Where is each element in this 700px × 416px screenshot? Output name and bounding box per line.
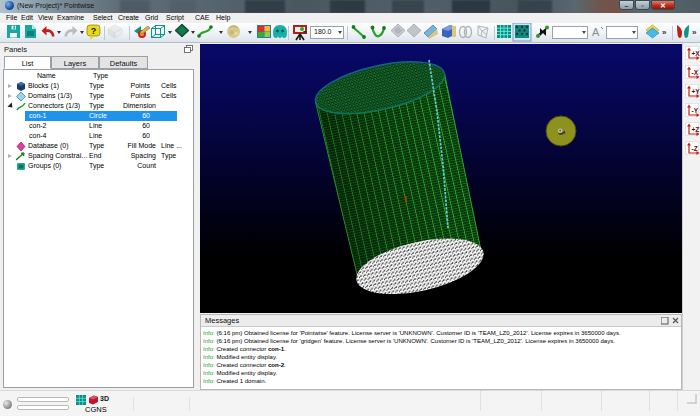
svg-text:-X: -X xyxy=(692,69,699,76)
svg-text:+Z: +Z xyxy=(692,126,700,133)
svg-text:-Z: -Z xyxy=(692,145,698,152)
svg-text:-Y: -Y xyxy=(692,107,699,114)
svg-text:»: » xyxy=(692,28,697,37)
svg-text:»: » xyxy=(662,28,667,37)
svg-text:?: ? xyxy=(91,26,97,36)
svg-text:+X: +X xyxy=(692,50,700,57)
svg-text:A: A xyxy=(592,26,600,38)
svg-text:+Y: +Y xyxy=(692,88,700,95)
